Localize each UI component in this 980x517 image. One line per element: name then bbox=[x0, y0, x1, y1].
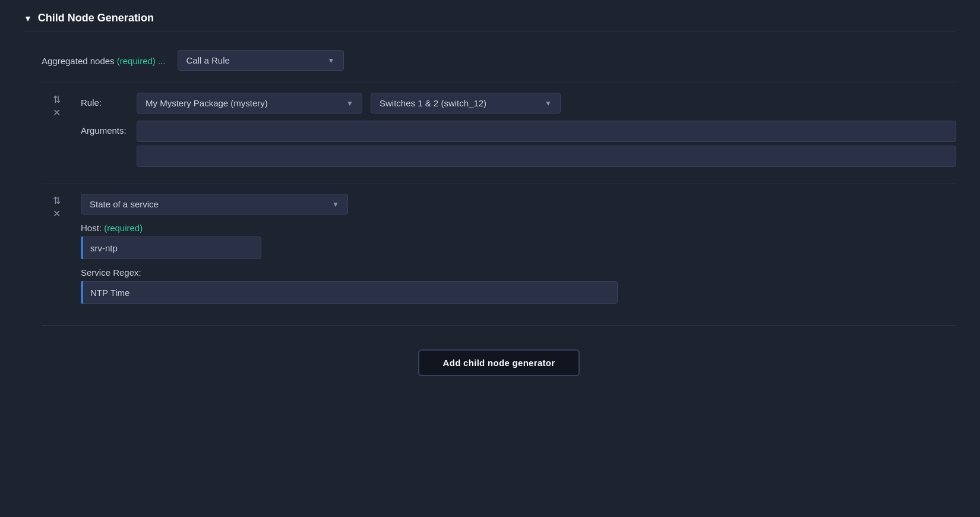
service-regex-input[interactable] bbox=[83, 281, 618, 304]
collapse-icon[interactable]: ▼ bbox=[24, 14, 32, 23]
section-header: ▼ Child Node Generation bbox=[24, 12, 956, 32]
host-label: Host: (required) bbox=[81, 223, 956, 233]
host-input[interactable] bbox=[83, 237, 261, 259]
aggregated-nodes-text: Aggregated nodes bbox=[42, 56, 115, 66]
state-of-service-dropdown[interactable]: State of a service ▼ bbox=[81, 194, 348, 215]
entry1-form: Rule: My Mystery Package (mystery) ▼ Swi… bbox=[81, 93, 956, 174]
sort-up-down-icon[interactable]: ⇅ bbox=[53, 95, 61, 105]
call-a-rule-value: Call a Rule bbox=[186, 55, 230, 65]
entry2-controls: ⇅ ✕ bbox=[42, 194, 71, 219]
arguments-row: Arguments: bbox=[81, 121, 956, 167]
entry2-row: ⇅ ✕ State of a service ▼ Host: (req bbox=[42, 194, 956, 304]
aggregated-nodes-required-text: (required) bbox=[117, 56, 156, 66]
host-section: Host: (required) bbox=[81, 223, 956, 259]
switches-arrow-icon: ▼ bbox=[545, 99, 552, 108]
entry1-row: ⇅ ✕ Rule: My Mystery Package (mystery) ▼… bbox=[42, 93, 956, 174]
call-a-rule-arrow-icon: ▼ bbox=[328, 56, 335, 65]
entry2-sort-icon[interactable]: ⇅ bbox=[53, 196, 61, 206]
entry2-close-icon[interactable]: ✕ bbox=[53, 208, 61, 219]
bottom-divider bbox=[42, 325, 956, 326]
entry1-controls: ⇅ ✕ bbox=[42, 93, 71, 118]
add-button-row: Add child node generator bbox=[42, 338, 956, 382]
page-wrapper: ▼ Child Node Generation Aggregated nodes… bbox=[0, 0, 980, 394]
service-regex-section: Service Regex: bbox=[81, 267, 956, 304]
switches-value: Switches 1 & 2 (switch_12) bbox=[380, 98, 486, 108]
entry1-block: ⇅ ✕ Rule: My Mystery Package (mystery) ▼… bbox=[42, 83, 956, 184]
arguments-inputs bbox=[137, 121, 956, 167]
state-of-service-value: State of a service bbox=[90, 199, 159, 209]
add-child-node-generator-button[interactable]: Add child node generator bbox=[418, 349, 580, 376]
state-of-service-arrow-icon: ▼ bbox=[332, 200, 339, 209]
host-input-wrapper bbox=[81, 237, 956, 259]
entry1-close-icon[interactable]: ✕ bbox=[53, 107, 61, 118]
switches-dropdown[interactable]: Switches 1 & 2 (switch_12) ▼ bbox=[371, 93, 561, 114]
arg-input-1[interactable] bbox=[137, 121, 956, 142]
mystery-package-dropdown[interactable]: My Mystery Package (mystery) ▼ bbox=[137, 93, 362, 114]
aggregated-nodes-label: Aggregated nodes (required) ... bbox=[42, 50, 166, 66]
arguments-label: Arguments: bbox=[81, 121, 128, 135]
entry2-form: State of a service ▼ Host: (required) bbox=[81, 194, 956, 304]
service-regex-label: Service Regex: bbox=[81, 267, 956, 278]
aggregated-nodes-ellipsis: ... bbox=[158, 56, 166, 66]
aggregated-nodes-row: Aggregated nodes (required) ... Call a R… bbox=[42, 50, 956, 71]
main-content: Aggregated nodes (required) ... Call a R… bbox=[24, 50, 956, 382]
arg-input-2[interactable] bbox=[137, 146, 956, 167]
mystery-package-arrow-icon: ▼ bbox=[346, 99, 353, 108]
rule-row: Rule: My Mystery Package (mystery) ▼ Swi… bbox=[81, 93, 956, 114]
call-a-rule-dropdown[interactable]: Call a Rule ▼ bbox=[178, 50, 344, 71]
section-title: Child Node Generation bbox=[38, 12, 154, 24]
rule-label: Rule: bbox=[81, 93, 128, 108]
service-input-wrapper bbox=[81, 281, 956, 304]
mystery-package-value: My Mystery Package (mystery) bbox=[146, 98, 268, 108]
entry2-block: ⇅ ✕ State of a service ▼ Host: (req bbox=[42, 184, 956, 313]
